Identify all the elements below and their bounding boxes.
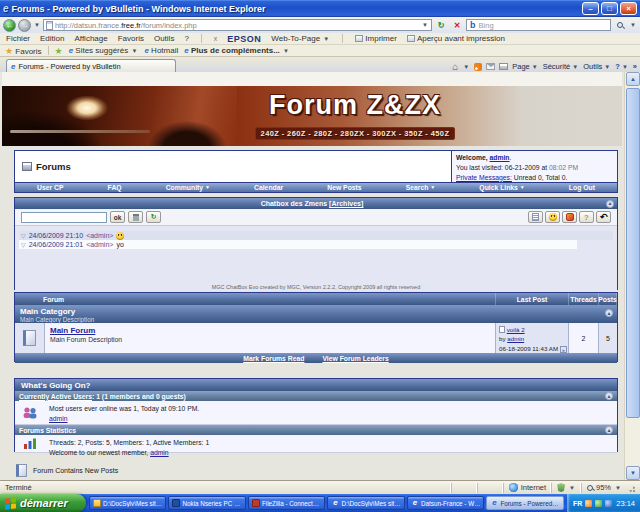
add-favorite-icon[interactable]: ★ [55, 46, 63, 56]
chatbox-archives-link[interactable]: [Archives] [329, 200, 363, 207]
language-indicator[interactable]: FR [573, 500, 582, 507]
taskbar-item-ie-1[interactable]: eD:\DocSylv\Mes site... [327, 496, 404, 510]
epson-webtopage-button[interactable]: Web-To-Page ▼ [271, 34, 330, 43]
menu-affichage[interactable]: Affichage [74, 34, 107, 43]
collapse-icon[interactable]: ▲ [606, 200, 614, 208]
address-input[interactable]: http://datsun.france.free.fr/forum/index… [43, 19, 432, 31]
nav-search[interactable]: Search ▼ [406, 184, 436, 191]
overflow-chevron-icon[interactable]: » [633, 62, 637, 71]
taskbar-item-nokia[interactable]: Nokia Nseries PC Suite [168, 496, 245, 510]
chat-ok-button[interactable]: ok [110, 211, 125, 223]
stop-button[interactable]: ✕ [450, 19, 464, 32]
chat-bbcode-button[interactable] [528, 211, 543, 223]
menu-favoris[interactable]: Favoris [118, 34, 144, 43]
nav-community[interactable]: Community ▼ [166, 184, 210, 191]
chat-refresh-button[interactable]: ↻ [146, 211, 161, 223]
tray-icon-network[interactable] [595, 500, 602, 507]
message-collapse-icon[interactable]: ▽ [21, 232, 26, 239]
scroll-down-icon[interactable]: ▼ [626, 466, 640, 480]
chat-delete-button[interactable] [128, 211, 143, 223]
back-button[interactable]: ← [3, 19, 16, 32]
maximize-button[interactable]: □ [601, 2, 618, 15]
vertical-scrollbar[interactable]: ▲ ▼ [624, 72, 640, 480]
home-dropdown-icon[interactable]: ▼ [462, 64, 470, 70]
message-author[interactable]: <admin> [86, 232, 113, 239]
chat-smilies-button[interactable] [545, 211, 560, 223]
tray-icon-antivirus[interactable] [585, 500, 592, 507]
start-button[interactable]: démarrer [0, 494, 86, 512]
help-menu-button[interactable]: ?▼ [615, 62, 629, 71]
nav-quicklinks[interactable]: Quick Links ▼ [479, 184, 524, 191]
private-messages-link[interactable]: Private Messages: [456, 174, 512, 181]
print-button[interactable]: Imprimer [355, 34, 397, 43]
message-collapse-icon[interactable]: ▽ [21, 241, 26, 248]
category-name[interactable]: Main Category [20, 307, 612, 316]
private-messages-text: Private Messages: Unread 0, Total 0. [456, 173, 613, 183]
chat-help-button[interactable]: ? [579, 211, 594, 223]
search-dropdown-icon[interactable]: ▼ [629, 22, 637, 28]
page-menu-button[interactable]: Page▼ [512, 62, 538, 71]
window-titlebar[interactable]: e Forums - Powered by vBulletin - Window… [0, 0, 640, 17]
favorites-button[interactable]: ★ Favoris [5, 46, 42, 56]
minimize-button[interactable]: – [582, 2, 599, 15]
username-link[interactable]: admin [490, 154, 510, 161]
forum-banner[interactable]: Forum Z&ZX 240Z - 260Z - 280Z - 280ZX - … [2, 86, 622, 146]
suggested-sites-button[interactable]: e Sites suggérés ▼ [69, 46, 139, 55]
search-button[interactable] [613, 19, 627, 32]
last-post-author-link[interactable]: admin [507, 335, 524, 342]
scroll-up-icon[interactable]: ▲ [626, 72, 640, 86]
more-addons-button[interactable]: e Plus de compléments... ▼ [184, 46, 290, 55]
nav-logout[interactable]: Log Out [569, 184, 595, 191]
taskbar-item-explorer[interactable]: D:\DocSylv\Mes site... [89, 496, 166, 510]
clock[interactable]: 23:14 [616, 499, 635, 508]
epson-close-icon[interactable]: x [214, 35, 218, 42]
nav-calendar[interactable]: Calendar [254, 184, 283, 191]
nav-newposts[interactable]: New Posts [327, 184, 361, 191]
browser-tab-forums[interactable]: e Forums - Powered by vBulletin [6, 59, 176, 72]
mark-forums-read-link[interactable]: Mark Forums Read [243, 355, 304, 362]
address-dropdown-icon[interactable]: ▼ [421, 22, 429, 28]
message-author[interactable]: <admin> [86, 241, 113, 248]
scrollbar-thumb[interactable] [626, 88, 640, 418]
tools-menu-button[interactable]: Outils▼ [583, 62, 611, 71]
nav-faq[interactable]: FAQ [108, 184, 122, 191]
taskbar-item-filezilla[interactable]: FileZilla - Connecté à ... [248, 496, 325, 510]
chat-undo-button[interactable]: ↶ [596, 211, 611, 223]
search-box[interactable]: b Bing [466, 19, 611, 31]
safety-menu-button[interactable]: Sécurité▼ [543, 62, 579, 71]
history-dropdown-icon[interactable]: ▼ [33, 22, 41, 28]
hotmail-link[interactable]: e Hotmail [144, 46, 178, 55]
close-button[interactable]: × [620, 2, 637, 15]
zoom-control[interactable]: 95% ▼ [581, 483, 627, 493]
chat-message-input[interactable] [21, 212, 107, 223]
home-icon[interactable]: ⌂ [452, 63, 458, 71]
forward-button[interactable]: → [18, 19, 31, 32]
collapse-icon[interactable]: ▲ [605, 309, 613, 317]
online-user-link[interactable]: admin [49, 415, 68, 422]
refresh-button[interactable]: ↻ [434, 19, 448, 32]
chat-color-button[interactable] [562, 211, 577, 223]
category-row[interactable]: Main Category Main Category Description … [15, 305, 617, 323]
forum-link[interactable]: Main Forum [50, 326, 95, 335]
collapse-icon[interactable]: ▲ [605, 392, 613, 400]
page-viewport: Forum Z&ZX 240Z - 260Z - 280Z - 280ZX - … [0, 72, 640, 480]
taskbar-item-ie-active[interactable]: eForums - Powered by ... [486, 496, 563, 510]
feeds-icon[interactable] [474, 63, 482, 71]
nav-usercp[interactable]: User CP [37, 184, 63, 191]
menu-edition[interactable]: Edition [40, 34, 64, 43]
view-forum-leaders-link[interactable]: View Forum Leaders [322, 355, 388, 362]
print-icon[interactable] [499, 63, 508, 70]
taskbar-item-ie-2[interactable]: eDatsun-France - Win... [407, 496, 484, 510]
print-preview-button[interactable]: Aperçu avant impression [407, 34, 505, 43]
newest-member-link[interactable]: admin [150, 449, 169, 456]
collapse-icon[interactable]: ▲ [605, 426, 613, 434]
protected-mode-segment[interactable]: ▼ [551, 483, 581, 493]
last-post-title-link[interactable]: voilà 2 [507, 326, 525, 333]
menu-outils[interactable]: Outils [154, 34, 174, 43]
tray-icon-volume[interactable] [605, 500, 612, 507]
goto-last-post-icon[interactable]: » [560, 346, 567, 353]
menu-fichier[interactable]: Fichier [6, 34, 30, 43]
active-users-link[interactable]: Currently Active Users [19, 393, 92, 400]
menu-help[interactable]: ? [184, 34, 188, 43]
read-mail-icon[interactable] [486, 63, 495, 70]
